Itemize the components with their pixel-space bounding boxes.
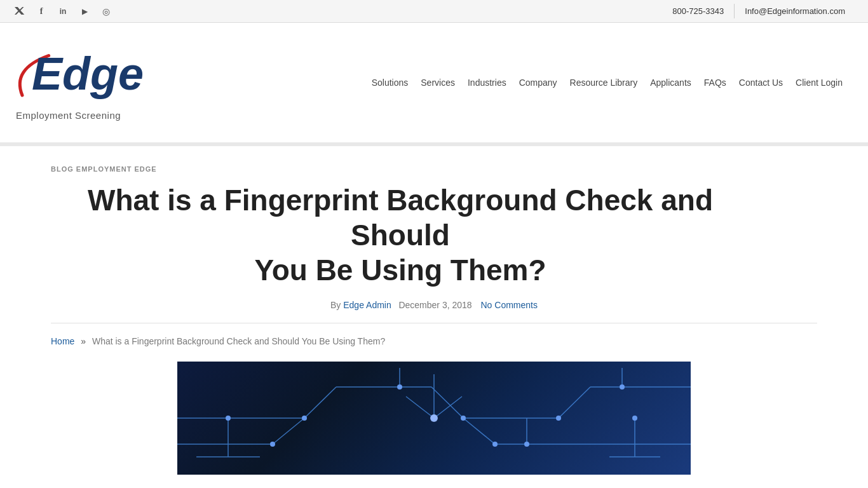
svg-point-24 bbox=[556, 416, 561, 421]
category-tags: BLOG EMPLOYMENT EDGE bbox=[51, 165, 817, 173]
instagram-icon[interactable]: ◎ bbox=[99, 4, 113, 18]
nav-client-login[interactable]: Client Login bbox=[796, 78, 843, 88]
logo-tagline: Employment Screening bbox=[16, 110, 121, 121]
article-title: What is a Fingerprint Background Check a… bbox=[51, 183, 750, 288]
svg-point-28 bbox=[524, 442, 529, 447]
twitter-icon[interactable] bbox=[13, 4, 27, 18]
svg-point-23 bbox=[461, 416, 466, 421]
top-bar: f in ▶ ◎ 800-725-3343 Info@Edgeinformati… bbox=[0, 0, 868, 23]
nav-industries[interactable]: Industries bbox=[468, 78, 506, 88]
svg-point-31 bbox=[270, 442, 275, 447]
meta-divider bbox=[51, 323, 817, 323]
nav-company[interactable]: Company bbox=[519, 78, 557, 88]
contact-info: 800-725-3343 Info@Edgeinformation.com bbox=[662, 4, 855, 18]
comments-link[interactable]: No Comments bbox=[481, 300, 538, 310]
svg-line-8 bbox=[273, 418, 304, 444]
main-nav: Solutions Services Industries Company Re… bbox=[372, 78, 843, 88]
logo-area: Edge Employment Screening bbox=[13, 41, 153, 124]
svg-line-19 bbox=[434, 396, 462, 418]
logo-graphic[interactable]: Edge Employment Screening bbox=[13, 41, 153, 124]
email-address[interactable]: Info@Edgeinformation.com bbox=[734, 4, 855, 18]
category-blog[interactable]: BLOG bbox=[51, 165, 74, 173]
author-link[interactable]: Edge Admin bbox=[343, 300, 391, 310]
svg-line-1 bbox=[304, 387, 336, 418]
svg-line-3 bbox=[431, 387, 463, 418]
svg-line-9 bbox=[463, 418, 495, 444]
hero-image bbox=[177, 362, 691, 475]
svg-line-18 bbox=[406, 396, 434, 418]
linkedin-icon[interactable]: in bbox=[56, 4, 70, 18]
title-block: What is a Fingerprint Background Check a… bbox=[51, 183, 817, 310]
nav-contact[interactable]: Contact Us bbox=[739, 78, 783, 88]
site-header: Edge Employment Screening Solutions Serv… bbox=[0, 23, 868, 144]
nav-resource-library[interactable]: Resource Library bbox=[570, 78, 638, 88]
svg-point-29 bbox=[620, 384, 625, 390]
category-employment-edge[interactable]: EMPLOYMENT EDGE bbox=[76, 165, 157, 173]
social-icons: f in ▶ ◎ bbox=[13, 4, 113, 18]
by-label: By bbox=[330, 300, 341, 310]
article-date: December 3, 2018 bbox=[398, 300, 471, 310]
breadcrumb: Home » What is a Fingerprint Background … bbox=[51, 336, 817, 346]
nav-solutions[interactable]: Solutions bbox=[372, 78, 409, 88]
youtube-icon[interactable]: ▶ bbox=[78, 4, 92, 18]
facebook-icon[interactable]: f bbox=[34, 4, 48, 18]
svg-point-33 bbox=[430, 414, 438, 422]
logo-text: Edge bbox=[32, 51, 144, 97]
breadcrumb-home[interactable]: Home bbox=[51, 336, 74, 346]
breadcrumb-separator: » bbox=[81, 336, 86, 346]
svg-point-22 bbox=[302, 416, 307, 421]
svg-point-32 bbox=[492, 442, 498, 447]
breadcrumb-current: What is a Fingerprint Background Check a… bbox=[92, 336, 385, 346]
nav-services[interactable]: Services bbox=[421, 78, 455, 88]
article-meta: By Edge Admin December 3, 2018 No Commen… bbox=[51, 300, 817, 310]
nav-faqs[interactable]: FAQs bbox=[704, 78, 726, 88]
svg-line-5 bbox=[559, 387, 590, 418]
svg-point-25 bbox=[397, 384, 402, 390]
svg-point-26 bbox=[226, 416, 231, 421]
svg-point-30 bbox=[632, 416, 637, 421]
content-area: BLOG EMPLOYMENT EDGE What is a Fingerpri… bbox=[0, 146, 868, 487]
nav-applicants[interactable]: Applicants bbox=[650, 78, 691, 88]
phone-number[interactable]: 800-725-3343 bbox=[662, 4, 734, 18]
